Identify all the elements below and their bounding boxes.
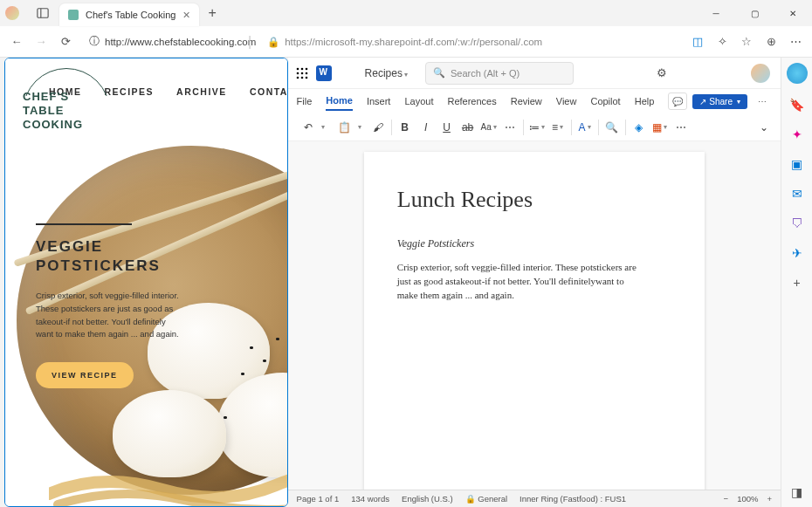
split-screen-icon[interactable]: ◫ <box>690 34 705 50</box>
sesame-seed <box>263 360 266 362</box>
back-button[interactable]: ← <box>9 34 24 50</box>
strikethrough-button[interactable]: ab <box>460 120 476 135</box>
sidebar-send-icon[interactable]: ✈ <box>788 244 806 262</box>
hero-divider <box>36 223 132 225</box>
right-split-pane: Recipes▾ 🔍 Search (Alt + Q) ⚙ File Home … <box>288 58 781 507</box>
doc-heading-1[interactable]: Lunch Recipes <box>397 187 671 213</box>
brush-stroke-decoration <box>49 468 288 507</box>
profile-avatar[interactable] <box>5 6 19 20</box>
svg-rect-0 <box>38 9 48 18</box>
sidebar-games-icon[interactable]: ▣ <box>788 155 806 173</box>
tab-actions-icon[interactable] <box>37 7 49 19</box>
close-window-button[interactable]: ✕ <box>774 0 812 26</box>
sesame-seed <box>224 416 227 419</box>
align-button[interactable]: ≡▾ <box>550 120 566 135</box>
table-button[interactable]: ▦▾ <box>652 120 668 135</box>
document-canvas[interactable]: Lunch Recipes Veggie Potstickers Crisp e… <box>288 141 781 490</box>
zoom-level[interactable]: 100% <box>737 494 758 504</box>
sidebar-shopping-icon[interactable]: 🔖 <box>788 96 806 113</box>
split-address-bar[interactable]: 🔒 https://microsoft-my.sharepoint-df.com… <box>260 31 681 53</box>
tab-view[interactable]: View <box>556 92 577 110</box>
word-user-avatar[interactable] <box>751 64 770 83</box>
change-case-button[interactable]: Aa▾ <box>481 120 497 135</box>
sidebar-drop-icon[interactable]: ⛉ <box>788 215 806 232</box>
tab-references[interactable]: References <box>447 92 496 110</box>
italic-button[interactable]: I <box>418 120 434 135</box>
designer-button[interactable]: ◈ <box>631 120 647 135</box>
word-app-icon[interactable] <box>316 65 332 81</box>
doc-paragraph[interactable]: Crisp exterior, soft veggie-filled inter… <box>397 261 642 303</box>
status-language[interactable]: English (U.S.) <box>402 494 453 504</box>
tab-file[interactable]: File <box>297 92 313 110</box>
svg-point-2 <box>296 67 299 70</box>
view-recipe-button[interactable]: VIEW RECIPE <box>36 362 134 388</box>
minimize-button[interactable]: ─ <box>697 0 735 26</box>
word-status-bar: Page 1 of 1 134 words English (U.S.) 🔒 G… <box>288 490 781 507</box>
logo-text-l2: COOKING <box>23 118 83 131</box>
tab-close-icon[interactable]: ✕ <box>182 10 190 21</box>
nav-contact[interactable]: CONTACT <box>250 86 288 97</box>
sesame-seed <box>276 338 279 340</box>
sidebar-add-icon[interactable]: + <box>788 274 806 291</box>
collapse-ribbon-button[interactable]: ⌄ <box>756 120 772 135</box>
document-page[interactable]: Lunch Recipes Veggie Potstickers Crisp e… <box>364 152 705 490</box>
status-words[interactable]: 134 words <box>351 494 389 504</box>
collections-icon[interactable]: ⊕ <box>763 34 779 50</box>
refresh-button[interactable]: ⟳ <box>58 34 73 50</box>
status-page[interactable]: Page 1 of 1 <box>297 494 340 504</box>
svg-point-5 <box>296 72 299 74</box>
undo-button[interactable]: ↶ <box>300 120 316 135</box>
browser-tab-active[interactable]: Chef's Table Cooking ✕ <box>59 3 199 26</box>
underline-button[interactable]: U <box>439 120 455 135</box>
nav-archive[interactable]: ARCHIVE <box>176 86 227 97</box>
hero-title: VEGGIEPOTSTICKERS <box>36 237 210 276</box>
paste-button[interactable]: 📋 <box>337 120 353 135</box>
doc-heading-2[interactable]: Veggie Potstickers <box>397 237 671 250</box>
status-accessibility[interactable]: 🔒 General <box>465 494 507 504</box>
sidebar-toggle-icon[interactable]: ◨ <box>788 483 806 501</box>
bold-button[interactable]: B <box>397 120 413 135</box>
zoom-in-button[interactable]: + <box>767 494 772 504</box>
bullets-button[interactable]: ≔▾ <box>529 120 545 135</box>
search-placeholder: Search (Alt + Q) <box>451 68 520 79</box>
document-name-dropdown[interactable]: Recipes▾ <box>365 67 408 79</box>
tab-layout[interactable]: Layout <box>404 92 433 110</box>
tab-review[interactable]: Review <box>511 92 542 110</box>
status-ring: Inner Ring (Fastfood) : FUS1 <box>520 494 626 504</box>
menu-icon[interactable]: ⋯ <box>788 34 803 50</box>
maximize-button[interactable]: ▢ <box>735 0 774 26</box>
ribbon-toolbar: ↶▾ 📋▾ 🖌 B I U ab Aa▾ ⋯ ≔▾ ≡▾ A▾ 🔍 ◈ ▦▾ ⋯… <box>288 113 781 141</box>
favorites-icon[interactable]: ☆ <box>739 34 754 50</box>
comments-button[interactable]: 💬 <box>668 92 687 110</box>
settings-gear-icon[interactable]: ⚙ <box>654 65 670 81</box>
dumpling-image <box>113 390 226 477</box>
tab-insert[interactable]: Insert <box>367 92 391 110</box>
tab-copilot[interactable]: Copilot <box>590 92 620 110</box>
tab-home[interactable]: Home <box>326 92 353 111</box>
site-info-icon[interactable]: ⓘ <box>89 35 100 48</box>
edge-sidebar: 🔖 ✦ ▣ ✉ ⛉ ✈ + ◨ ⚙ <box>781 58 812 507</box>
new-tab-button[interactable]: + <box>208 5 216 21</box>
app-launcher-icon[interactable] <box>295 66 309 80</box>
bing-chat-icon[interactable] <box>787 63 808 84</box>
tab-help[interactable]: Help <box>635 92 655 110</box>
more-commands-button[interactable]: ⋯ <box>673 120 689 135</box>
address-bar[interactable]: ⓘ http://www.chefstablecooking.com <box>82 31 239 53</box>
share-button[interactable]: ↗ Share ▾ <box>692 94 747 109</box>
search-box[interactable]: 🔍 Search (Alt + Q) <box>425 62 574 85</box>
site-header: CHEF'S TABLECOOKING HOME RECIPES ARCHIVE… <box>5 58 287 124</box>
zoom-out-button[interactable]: − <box>724 494 729 504</box>
find-button[interactable]: 🔍 <box>604 120 620 135</box>
browser-toolbar: ← → ⟳ ⓘ http://www.chefstablecooking.com… <box>0 26 812 58</box>
read-aloud-icon[interactable]: ✧ <box>714 34 730 50</box>
lock-icon[interactable]: 🔒 <box>267 36 279 48</box>
svg-point-9 <box>300 76 303 79</box>
more-font-button[interactable]: ⋯ <box>502 120 518 135</box>
sidebar-outlook-icon[interactable]: ✉ <box>788 185 806 202</box>
ribbon-more-icon[interactable]: ⋯ <box>753 92 772 110</box>
left-split-pane: CHEF'S TABLECOOKING HOME RECIPES ARCHIVE… <box>4 58 288 507</box>
sidebar-tools-icon[interactable]: ✦ <box>788 126 806 143</box>
styles-button[interactable]: A▾ <box>577 120 593 135</box>
format-painter-button[interactable]: 🖌 <box>370 120 386 135</box>
address-text: http://www.chefstablecooking.com <box>105 37 256 47</box>
